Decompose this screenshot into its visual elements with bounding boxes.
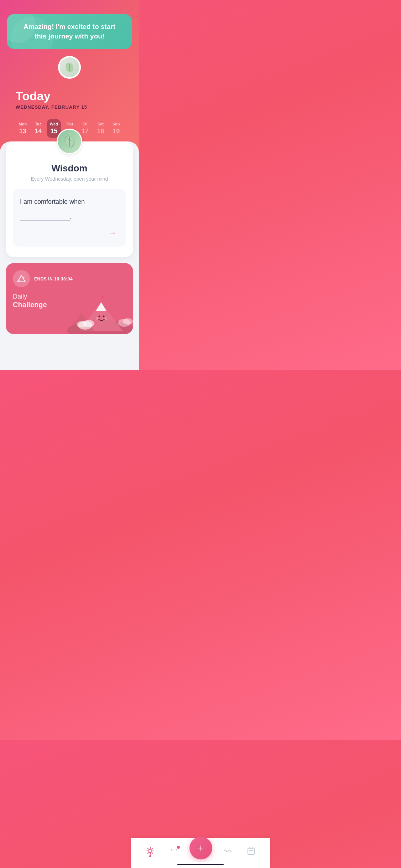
content-area: Wisdom Every Wednesday, open your mind I… (0, 141, 139, 370)
day-name: Fri (83, 122, 88, 126)
avatar-inner (59, 57, 79, 77)
mountain-icon (17, 275, 26, 283)
svg-point-16 (99, 315, 100, 317)
day-item-sun19[interactable]: Sun19 (109, 119, 123, 138)
day-name: Tue (35, 122, 42, 126)
day-item-mon13[interactable]: Mon13 (16, 119, 30, 138)
svg-point-19 (104, 317, 107, 320)
day-number: 17 (82, 128, 89, 135)
today-section: Today WEDNESDAY, FEBRUARY 15 (7, 82, 132, 115)
toast-banner: Amazing! I'm excited to start this journ… (7, 14, 132, 49)
toast-message: Amazing! I'm excited to start this journ… (17, 22, 122, 41)
avatar (58, 56, 81, 79)
day-name: Sun (113, 122, 120, 126)
leaf-icon (64, 62, 75, 73)
day-number: 14 (35, 128, 42, 135)
svg-point-11 (23, 277, 25, 278)
day-item-tue14[interactable]: Tue14 (31, 119, 46, 138)
wisdom-avatar-inner (58, 130, 81, 153)
day-item-sat18[interactable]: Sat18 (94, 119, 108, 138)
wisdom-avatar (57, 129, 82, 154)
day-number: 15 (50, 128, 57, 135)
svg-marker-15 (96, 302, 106, 311)
svg-point-26 (123, 318, 133, 325)
day-number: 18 (97, 128, 104, 135)
day-name: Sat (98, 122, 104, 126)
wisdom-subtitle: Every Wednesday, open your mind (13, 176, 126, 182)
day-number: 13 (19, 128, 26, 135)
svg-point-17 (103, 315, 105, 317)
day-number: 19 (113, 128, 120, 135)
svg-marker-21 (101, 295, 106, 299)
prompt-period: . (70, 213, 72, 221)
challenge-illustration (66, 281, 133, 334)
svg-point-18 (96, 317, 99, 320)
svg-marker-10 (17, 279, 21, 282)
challenge-icon-bg (13, 270, 30, 287)
svg-point-24 (77, 321, 87, 327)
wisdom-title: Wisdom (13, 163, 126, 174)
mountain-creature-svg (66, 281, 133, 334)
day-name: Thu (66, 122, 73, 126)
prompt-underline (20, 221, 70, 221)
prompt-arrow-container: → (20, 227, 119, 239)
wisdom-card[interactable]: Wisdom Every Wednesday, open your mind I… (6, 141, 133, 257)
prompt-card[interactable]: I am comfortable when . → (13, 189, 126, 247)
prompt-input-line[interactable]: . (20, 213, 119, 221)
day-name: Wed (50, 122, 58, 126)
prompt-text: I am comfortable when (20, 197, 119, 206)
next-button[interactable]: → (106, 227, 119, 239)
today-label: Today (16, 89, 123, 103)
wisdom-leaf-icon (62, 134, 77, 149)
arrow-right-icon: → (109, 228, 116, 238)
prompt-prefix: I am comfortable when (20, 198, 85, 205)
full-date: WEDNESDAY, FEBRUARY 15 (16, 104, 123, 110)
day-name: Mon (19, 122, 27, 126)
challenge-card[interactable]: ENDS IN 10:38:04 Daily Challenge (6, 263, 133, 334)
